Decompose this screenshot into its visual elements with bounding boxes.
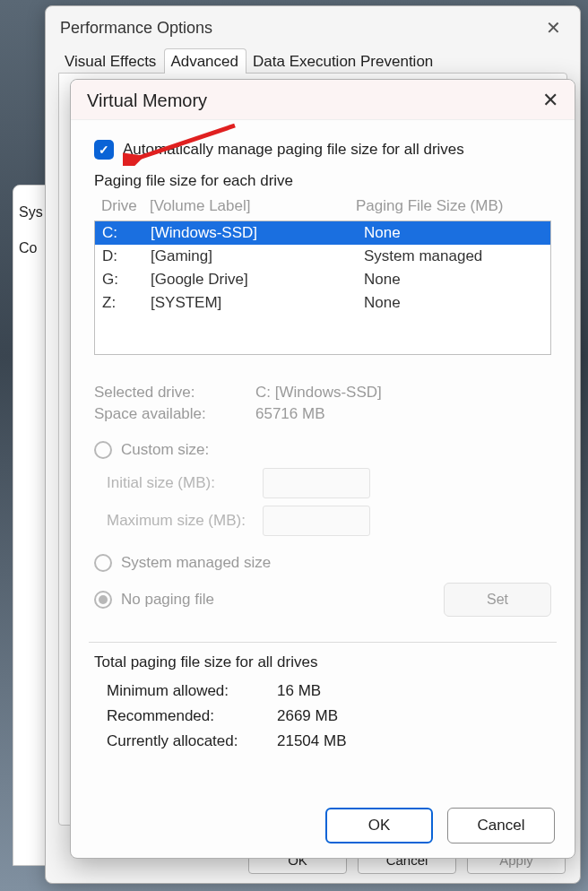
recommended-value: 2669 MB [277,707,551,725]
drive-letter: D: [102,247,151,265]
system-managed-label: System managed size [121,554,271,572]
performance-options-title: Performance Options [60,19,212,38]
drive-label: [Windows-SSD] [151,224,364,242]
currently-allocated-value: 21504 MB [277,732,551,750]
virtual-memory-dialog: Virtual Memory ✕ ✓ Automatically manage … [70,79,575,859]
maximum-size-input[interactable] [263,506,370,536]
drive-size: None [364,271,543,289]
drive-letter: C: [102,224,151,242]
min-allowed-value: 16 MB [277,682,551,700]
col-volume: [Volume Label] [150,197,356,215]
tab-visual-effects[interactable]: Visual Effects [58,48,164,74]
drive-row[interactable]: D: [Gaming] System managed [95,245,550,268]
space-available-value: 65716 MB [255,405,551,423]
divider [89,642,557,643]
drive-label: [Google Drive] [151,271,364,289]
drive-list[interactable]: C: [Windows-SSD] None D: [Gaming] System… [94,221,551,355]
custom-size-label: Custom size: [121,441,209,459]
col-drive: Drive [101,197,150,215]
close-icon[interactable]: ✕ [532,89,558,112]
tab-advanced[interactable]: Advanced [164,48,246,74]
selected-drive-label: Selected drive: [94,384,255,402]
drive-label: [SYSTEM] [151,294,364,312]
drive-row[interactable]: C: [Windows-SSD] None [95,221,550,245]
vm-ok-button[interactable]: OK [325,808,433,843]
totals-title: Total paging file size for all drives [94,653,551,671]
auto-manage-checkbox[interactable]: ✓ [94,140,114,160]
custom-size-radio[interactable] [94,441,112,459]
vm-cancel-button[interactable]: Cancel [447,808,555,843]
recommended-label: Recommended: [107,707,277,725]
col-size: Paging File Size (MB) [356,197,544,215]
virtual-memory-title: Virtual Memory [87,91,207,111]
currently-allocated-label: Currently allocated: [107,732,277,750]
initial-size-label: Initial size (MB): [107,474,250,492]
selected-drive-value: C: [Windows-SSD] [255,384,551,402]
bg-row-co: Co [19,230,42,266]
paging-section-label: Paging file size for each drive [94,172,551,190]
drive-size: None [364,224,543,242]
drive-list-headers: Drive [Volume Label] Paging File Size (M… [94,194,551,221]
min-allowed-label: Minimum allowed: [107,682,277,700]
background-window: Sys Co [13,185,48,866]
tab-dep[interactable]: Data Execution Prevention [246,48,441,74]
drive-letter: Z: [102,294,151,312]
space-available-label: Space available: [94,405,255,423]
performance-tabs: Visual Effects Advanced Data Execution P… [46,46,580,73]
drive-size: None [364,294,543,312]
bg-row-sys: Sys [19,195,42,230]
close-icon[interactable]: ✕ [540,17,566,39]
drive-size: System managed [364,247,543,265]
drive-row[interactable]: Z: [SYSTEM] None [95,291,550,315]
drive-label: [Gaming] [151,247,364,265]
no-paging-label: No paging file [121,591,214,609]
maximum-size-label: Maximum size (MB): [107,512,250,530]
initial-size-input[interactable] [263,468,370,498]
drive-letter: G: [102,271,151,289]
no-paging-radio[interactable] [94,591,112,609]
set-button[interactable]: Set [444,583,551,617]
drive-row[interactable]: G: [Google Drive] None [95,268,550,291]
auto-manage-label: Automatically manage paging file size fo… [123,141,464,159]
system-managed-radio[interactable] [94,554,112,572]
